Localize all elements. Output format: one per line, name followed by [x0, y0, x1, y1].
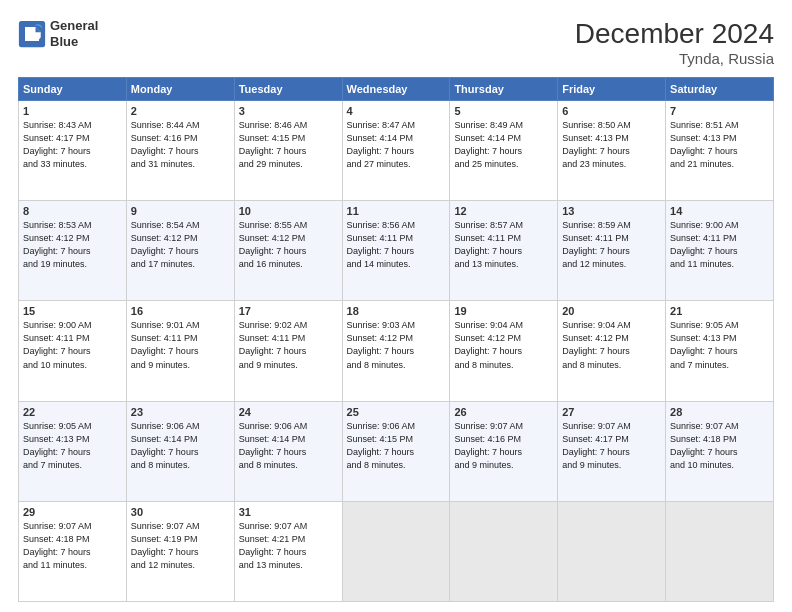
day-number: 22 [23, 406, 122, 418]
day-info: Sunrise: 9:07 AM Sunset: 4:21 PM Dayligh… [239, 520, 338, 572]
day-info: Sunrise: 9:05 AM Sunset: 4:13 PM Dayligh… [670, 319, 769, 371]
day-info: Sunrise: 8:51 AM Sunset: 4:13 PM Dayligh… [670, 119, 769, 171]
day-number: 15 [23, 305, 122, 317]
calendar-table: SundayMondayTuesdayWednesdayThursdayFrid… [18, 77, 774, 602]
day-number: 21 [670, 305, 769, 317]
day-number: 8 [23, 205, 122, 217]
day-number: 6 [562, 105, 661, 117]
empty-cell [342, 501, 450, 601]
logo-text: General Blue [50, 18, 98, 49]
calendar-week-3: 15Sunrise: 9:00 AM Sunset: 4:11 PM Dayli… [19, 301, 774, 401]
day-number: 17 [239, 305, 338, 317]
calendar-day-13: 13Sunrise: 8:59 AM Sunset: 4:11 PM Dayli… [558, 201, 666, 301]
calendar-header-monday: Monday [126, 78, 234, 101]
day-number: 28 [670, 406, 769, 418]
calendar-day-30: 30Sunrise: 9:07 AM Sunset: 4:19 PM Dayli… [126, 501, 234, 601]
subtitle: Tynda, Russia [575, 50, 774, 67]
calendar-week-4: 22Sunrise: 9:05 AM Sunset: 4:13 PM Dayli… [19, 401, 774, 501]
day-number: 23 [131, 406, 230, 418]
day-number: 1 [23, 105, 122, 117]
day-info: Sunrise: 9:07 AM Sunset: 4:18 PM Dayligh… [23, 520, 122, 572]
day-number: 25 [347, 406, 446, 418]
calendar-day-23: 23Sunrise: 9:06 AM Sunset: 4:14 PM Dayli… [126, 401, 234, 501]
day-number: 12 [454, 205, 553, 217]
calendar-header-wednesday: Wednesday [342, 78, 450, 101]
day-number: 13 [562, 205, 661, 217]
day-number: 5 [454, 105, 553, 117]
day-info: Sunrise: 8:59 AM Sunset: 4:11 PM Dayligh… [562, 219, 661, 271]
day-info: Sunrise: 9:01 AM Sunset: 4:11 PM Dayligh… [131, 319, 230, 371]
calendar-day-12: 12Sunrise: 8:57 AM Sunset: 4:11 PM Dayli… [450, 201, 558, 301]
calendar-day-21: 21Sunrise: 9:05 AM Sunset: 4:13 PM Dayli… [666, 301, 774, 401]
day-number: 4 [347, 105, 446, 117]
day-info: Sunrise: 9:07 AM Sunset: 4:19 PM Dayligh… [131, 520, 230, 572]
day-info: Sunrise: 9:07 AM Sunset: 4:18 PM Dayligh… [670, 420, 769, 472]
day-info: Sunrise: 9:06 AM Sunset: 4:15 PM Dayligh… [347, 420, 446, 472]
calendar-day-16: 16Sunrise: 9:01 AM Sunset: 4:11 PM Dayli… [126, 301, 234, 401]
day-number: 2 [131, 105, 230, 117]
empty-cell [666, 501, 774, 601]
logo-icon [18, 20, 46, 48]
calendar-day-26: 26Sunrise: 9:07 AM Sunset: 4:16 PM Dayli… [450, 401, 558, 501]
day-number: 26 [454, 406, 553, 418]
day-number: 27 [562, 406, 661, 418]
logo: General Blue [18, 18, 98, 49]
day-info: Sunrise: 8:44 AM Sunset: 4:16 PM Dayligh… [131, 119, 230, 171]
calendar-day-31: 31Sunrise: 9:07 AM Sunset: 4:21 PM Dayli… [234, 501, 342, 601]
day-info: Sunrise: 8:46 AM Sunset: 4:15 PM Dayligh… [239, 119, 338, 171]
calendar-week-2: 8Sunrise: 8:53 AM Sunset: 4:12 PM Daylig… [19, 201, 774, 301]
day-number: 7 [670, 105, 769, 117]
calendar-header-saturday: Saturday [666, 78, 774, 101]
header: General Blue December 2024 Tynda, Russia [18, 18, 774, 67]
calendar-header-sunday: Sunday [19, 78, 127, 101]
calendar-day-24: 24Sunrise: 9:06 AM Sunset: 4:14 PM Dayli… [234, 401, 342, 501]
day-number: 19 [454, 305, 553, 317]
calendar-header-thursday: Thursday [450, 78, 558, 101]
day-info: Sunrise: 9:07 AM Sunset: 4:16 PM Dayligh… [454, 420, 553, 472]
day-number: 11 [347, 205, 446, 217]
calendar-day-4: 4Sunrise: 8:47 AM Sunset: 4:14 PM Daylig… [342, 101, 450, 201]
day-info: Sunrise: 8:49 AM Sunset: 4:14 PM Dayligh… [454, 119, 553, 171]
day-info: Sunrise: 9:02 AM Sunset: 4:11 PM Dayligh… [239, 319, 338, 371]
calendar-day-20: 20Sunrise: 9:04 AM Sunset: 4:12 PM Dayli… [558, 301, 666, 401]
calendar-day-14: 14Sunrise: 9:00 AM Sunset: 4:11 PM Dayli… [666, 201, 774, 301]
calendar-week-1: 1Sunrise: 8:43 AM Sunset: 4:17 PM Daylig… [19, 101, 774, 201]
day-number: 14 [670, 205, 769, 217]
day-info: Sunrise: 9:04 AM Sunset: 4:12 PM Dayligh… [562, 319, 661, 371]
day-number: 9 [131, 205, 230, 217]
main-title: December 2024 [575, 18, 774, 50]
page: General Blue December 2024 Tynda, Russia… [0, 0, 792, 612]
day-info: Sunrise: 9:06 AM Sunset: 4:14 PM Dayligh… [131, 420, 230, 472]
day-number: 24 [239, 406, 338, 418]
day-number: 3 [239, 105, 338, 117]
calendar-day-11: 11Sunrise: 8:56 AM Sunset: 4:11 PM Dayli… [342, 201, 450, 301]
calendar-day-18: 18Sunrise: 9:03 AM Sunset: 4:12 PM Dayli… [342, 301, 450, 401]
day-number: 30 [131, 506, 230, 518]
day-info: Sunrise: 9:07 AM Sunset: 4:17 PM Dayligh… [562, 420, 661, 472]
calendar-day-8: 8Sunrise: 8:53 AM Sunset: 4:12 PM Daylig… [19, 201, 127, 301]
day-number: 20 [562, 305, 661, 317]
day-info: Sunrise: 9:05 AM Sunset: 4:13 PM Dayligh… [23, 420, 122, 472]
day-info: Sunrise: 9:03 AM Sunset: 4:12 PM Dayligh… [347, 319, 446, 371]
day-info: Sunrise: 8:55 AM Sunset: 4:12 PM Dayligh… [239, 219, 338, 271]
day-info: Sunrise: 9:04 AM Sunset: 4:12 PM Dayligh… [454, 319, 553, 371]
calendar-header-tuesday: Tuesday [234, 78, 342, 101]
day-number: 29 [23, 506, 122, 518]
day-info: Sunrise: 8:53 AM Sunset: 4:12 PM Dayligh… [23, 219, 122, 271]
day-info: Sunrise: 8:54 AM Sunset: 4:12 PM Dayligh… [131, 219, 230, 271]
day-number: 18 [347, 305, 446, 317]
calendar-day-29: 29Sunrise: 9:07 AM Sunset: 4:18 PM Dayli… [19, 501, 127, 601]
calendar-day-25: 25Sunrise: 9:06 AM Sunset: 4:15 PM Dayli… [342, 401, 450, 501]
calendar-day-1: 1Sunrise: 8:43 AM Sunset: 4:17 PM Daylig… [19, 101, 127, 201]
day-info: Sunrise: 8:57 AM Sunset: 4:11 PM Dayligh… [454, 219, 553, 271]
calendar-week-5: 29Sunrise: 9:07 AM Sunset: 4:18 PM Dayli… [19, 501, 774, 601]
calendar-day-5: 5Sunrise: 8:49 AM Sunset: 4:14 PM Daylig… [450, 101, 558, 201]
day-info: Sunrise: 8:43 AM Sunset: 4:17 PM Dayligh… [23, 119, 122, 171]
day-info: Sunrise: 8:56 AM Sunset: 4:11 PM Dayligh… [347, 219, 446, 271]
calendar-day-10: 10Sunrise: 8:55 AM Sunset: 4:12 PM Dayli… [234, 201, 342, 301]
calendar-day-17: 17Sunrise: 9:02 AM Sunset: 4:11 PM Dayli… [234, 301, 342, 401]
day-number: 16 [131, 305, 230, 317]
calendar-day-9: 9Sunrise: 8:54 AM Sunset: 4:12 PM Daylig… [126, 201, 234, 301]
calendar-day-28: 28Sunrise: 9:07 AM Sunset: 4:18 PM Dayli… [666, 401, 774, 501]
day-info: Sunrise: 9:06 AM Sunset: 4:14 PM Dayligh… [239, 420, 338, 472]
